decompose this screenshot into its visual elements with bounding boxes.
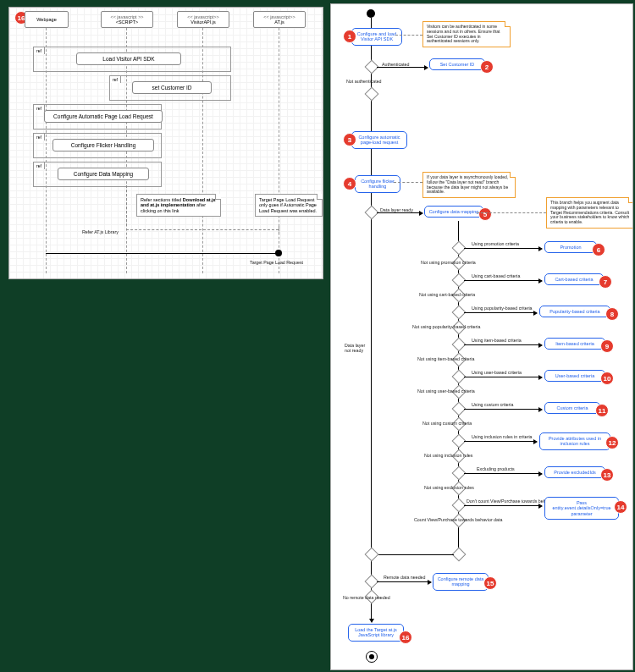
frag-datamap: ref Configure Data Mapping xyxy=(33,162,162,187)
conn-custom xyxy=(464,409,542,410)
msg-target-pageload xyxy=(46,253,279,254)
node-data-mapping: Configure data mapping xyxy=(424,206,483,218)
badge-3: 3 xyxy=(343,133,356,146)
dash-to-note xyxy=(126,185,127,226)
note-dlayer-text: If your data layer is asynchronously loa… xyxy=(427,174,508,194)
frag-setcid: ref set Customer ID xyxy=(109,75,231,101)
lbl-count-y: Count View/Purchase towards behavior dat… xyxy=(414,517,502,522)
node-auto-pageload: Configure automatic page-load request xyxy=(351,131,407,149)
spine xyxy=(371,18,372,622)
lane-visitorapi: << javascript>> VisitorAPI.js xyxy=(177,11,229,28)
badge-13: 13 xyxy=(600,468,614,482)
conn-user xyxy=(464,377,542,377)
canvas: 16 Webpage << javascript >> <SCRIPT> << … xyxy=(0,0,635,672)
note-dlayer: If your data layer is asynchronously loa… xyxy=(422,172,516,198)
badge-8: 8 xyxy=(605,307,619,321)
box-autoreq: Configure Automatic Page Load Request xyxy=(44,110,163,123)
note-branch-text: This branch helps you augment data mappi… xyxy=(550,200,629,224)
box-setcid: set Customer ID xyxy=(132,81,212,94)
node-item-criteria: Item-based criteria xyxy=(544,338,605,350)
lbl-remote-n: No remote data needed xyxy=(343,595,390,600)
conn-cart xyxy=(464,280,542,281)
act-start xyxy=(367,9,375,18)
dash-to-atjs xyxy=(126,229,279,230)
merge-datalayer xyxy=(365,548,379,562)
frag-loadvisitor-tab: ref xyxy=(33,47,45,54)
frag-loadvisitor: ref Load Visitor API SDK xyxy=(33,47,231,72)
node-configure-visitor-sdk: Configure and load Visitor API SDK xyxy=(351,28,402,46)
lbl-excl-y: Excluding products xyxy=(477,466,515,471)
note-auth: Visitors can be authenticated in some se… xyxy=(422,21,511,47)
act-end xyxy=(366,651,378,663)
conn-to-datamap xyxy=(377,212,422,213)
lane-webpage: Webpage xyxy=(25,11,69,28)
dash-note-dlayer xyxy=(394,182,422,183)
lane-script-title: <SCRIPT> xyxy=(116,19,139,25)
conn-to-setcid xyxy=(377,67,428,68)
node-remote-mapping: Configure remote data mapping xyxy=(433,573,489,591)
note-refer: Refer sections titled Download at.js and… xyxy=(136,194,221,217)
note-target: Target Page Load Request only goes if Au… xyxy=(255,194,323,217)
node-excludedids: Provide excludedIds xyxy=(544,466,605,478)
sequence-panel: 16 Webpage << javascript >> <SCRIPT> << … xyxy=(8,7,323,279)
badge-11: 11 xyxy=(595,404,609,417)
node-load-atjs: Load the Target at.js JavaScript library xyxy=(348,624,404,642)
conn-incl xyxy=(464,441,537,442)
frag-autoreq: ref Configure Automatic Page Load Reques… xyxy=(33,104,162,129)
lbl-noauth: Not authenticated xyxy=(346,79,382,84)
lane-atjs-title: AT.js xyxy=(274,19,284,25)
conn-rejoin xyxy=(371,554,454,555)
lbl-cust-y: Using custom criteria xyxy=(472,402,513,407)
node-custom-criteria: Custom criteria xyxy=(544,402,600,414)
conn-count xyxy=(464,505,542,506)
lbl-item-y: Using item-based criteria xyxy=(472,338,522,343)
activity-panel: Configure and load Visitor API SDK 1 Vis… xyxy=(330,3,633,670)
node-cart-criteria: Cart-based criteria xyxy=(544,273,604,285)
frag-datamap-tab: ref xyxy=(33,162,45,169)
lane-atjs: << javascript>> AT.js xyxy=(253,11,306,28)
lbl-user-y: Using user-based criteria xyxy=(472,370,522,375)
conn-pop xyxy=(464,312,537,313)
box-flicker: Configure Flicker Handling xyxy=(52,139,154,151)
node-popularity-criteria: Popularity-based criteria xyxy=(539,306,610,317)
lbl-user-n: Not using user-based criteria xyxy=(417,388,475,394)
badge-10: 10 xyxy=(600,372,614,385)
merge-criteria-end xyxy=(452,548,467,562)
badge-9: 9 xyxy=(600,339,614,353)
node-promotion: Promotion xyxy=(544,241,597,253)
lane-visitorapi-title: VisitorAPI.js xyxy=(190,19,216,25)
lbl-remote-y: Remote data needed xyxy=(384,575,425,580)
lbl-excl-n: Not using exclusion rules xyxy=(424,485,474,490)
lbl-pop-y: Using popularity-based criteria xyxy=(472,306,533,311)
box-loadvisitor: Load Visitor API SDK xyxy=(76,52,181,65)
badge-2: 2 xyxy=(480,60,494,74)
badge-7: 7 xyxy=(599,275,612,289)
note-target-text: Target Page Load Request only goes if Au… xyxy=(259,197,317,213)
node-inclusion-attrs: Provide attributes used in inclusion rul… xyxy=(539,432,610,450)
conn-remote xyxy=(377,581,431,582)
badge-14: 14 xyxy=(614,500,627,514)
node-flicker: Configure flicker handling xyxy=(355,175,400,193)
conn-promo xyxy=(464,248,542,249)
node-set-customer-id: Set Customer ID xyxy=(429,58,485,70)
badge-6: 6 xyxy=(592,243,605,256)
lbl-promo-n: Not using promotion criteria xyxy=(421,260,476,265)
note-refer-pre: Refer sections titled xyxy=(141,197,183,202)
seq-footer-label: Target Page Load Request xyxy=(250,260,303,265)
dash-atjs-up xyxy=(279,226,279,234)
node-user-criteria: User-based criteria xyxy=(544,370,605,382)
lbl-cart-n: Not using cart-based criteria xyxy=(419,292,475,297)
lbl-dlnr: Data layer not ready xyxy=(345,343,365,353)
badge-5: 5 xyxy=(478,207,492,221)
frag-setcid-tab: ref xyxy=(109,75,121,83)
badge-4: 4 xyxy=(343,177,356,190)
link-refer-atjs[interactable]: Refer AT.js Library xyxy=(82,229,119,234)
seq-end-dot xyxy=(275,250,282,256)
frag-flicker: ref Configure Flicker Handling xyxy=(33,133,162,158)
lbl-cust-n: Not using custom criteria xyxy=(422,421,472,426)
badge-1: 1 xyxy=(343,30,356,43)
frag-flicker-tab: ref xyxy=(33,133,45,140)
box-datamap: Configure Data Mapping xyxy=(58,168,149,180)
node-detailsonly: Pass entity.event.detailsOnly=true param… xyxy=(544,497,619,520)
badge-15: 15 xyxy=(483,576,497,590)
